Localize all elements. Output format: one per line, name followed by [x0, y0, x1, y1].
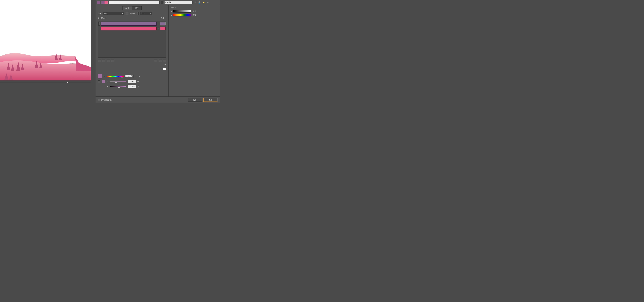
expand-icon[interactable]: ▶: [171, 11, 172, 12]
cube-icon[interactable]: [98, 80, 100, 83]
eyedropper-icon[interactable]: [194, 1, 197, 4]
color-count-label: 颜色数:: [130, 12, 136, 15]
new-row-icon[interactable]: [111, 59, 114, 62]
source-color-bar[interactable]: [101, 27, 156, 30]
exclude-icon[interactable]: [107, 59, 110, 62]
hue-input[interactable]: [125, 75, 134, 78]
expand-icon[interactable]: ▶: [171, 15, 172, 16]
sat-unit: %: [138, 81, 140, 83]
artwork-illustration: [0, 48, 90, 80]
list-menu-icon[interactable]: ▾≡: [165, 17, 166, 19]
hsb-swatch-large[interactable]: [98, 74, 102, 79]
color-groups-heading: 颜色组: [171, 6, 218, 9]
group-preview: [173, 14, 191, 17]
color-count-select[interactable]: 自动: [140, 12, 152, 15]
group-preview: [173, 10, 191, 13]
hue-slider[interactable]: [107, 76, 124, 77]
selection-handle[interactable]: [72, 63, 72, 64]
target-color-swatch[interactable]: [160, 22, 166, 26]
slider-menu-icon[interactable]: ▾≡: [138, 76, 140, 77]
harmony-dropdown[interactable]: [161, 1, 163, 4]
edit-panel: 编辑 指定 预设: 自定 颜色数: 自动 当前颜色 (2) 新建 ▾≡ →: [96, 5, 168, 96]
hsb-controls: H ° ▾≡ S % B: [98, 74, 166, 89]
source-color-bar[interactable]: [101, 22, 156, 26]
bri-label: B: [106, 85, 108, 88]
color-row[interactable]: →: [98, 27, 166, 31]
none-label: 无: [98, 64, 166, 66]
target-color-swatch[interactable]: [160, 27, 166, 30]
swap-icon[interactable]: [158, 59, 162, 62]
arrow-right-icon: →: [157, 28, 159, 30]
hue-unit: °: [135, 75, 137, 77]
hue-label: H: [104, 75, 106, 77]
hsb-swatch-small[interactable]: [102, 80, 105, 83]
recolor-panel: 💾 📁 🗑 编辑 指定 预设: 自定 颜色数: 自动 当前颜色 (2) 新建 ▾…: [96, 0, 220, 103]
color-harmony-bar[interactable]: [109, 1, 160, 4]
sat-input[interactable]: [128, 80, 136, 83]
tab-assign[interactable]: 指定: [132, 6, 142, 10]
sat-slider[interactable]: [110, 81, 126, 82]
arrow-right-icon: →: [157, 23, 159, 25]
new-color-label[interactable]: 新建: [161, 17, 164, 19]
recolor-label: 图稿重新着色: [100, 99, 112, 101]
cancel-button[interactable]: 取消: [188, 98, 202, 102]
preset-options-icon[interactable]: [125, 12, 128, 15]
preset-select[interactable]: 自定: [103, 12, 124, 15]
save-group-icon[interactable]: 💾: [198, 1, 201, 4]
group-name: 明亮: [192, 14, 196, 17]
panel-topbar: 💾 📁 🗑: [96, 0, 220, 5]
bri-unit: %: [138, 85, 140, 87]
drag-handle-icon[interactable]: [98, 22, 100, 26]
color-group-item[interactable]: ▶ 灰色: [171, 10, 218, 13]
sat-label: S: [106, 81, 108, 83]
trash-icon[interactable]: 🗑: [206, 1, 209, 4]
current-colors-list[interactable]: → →: [98, 21, 166, 58]
ok-button[interactable]: 确定: [204, 98, 218, 102]
panel-footer: 图稿重新着色 取消 确定: [96, 96, 220, 103]
bri-input[interactable]: [128, 85, 136, 88]
magnify-icon[interactable]: [163, 59, 166, 62]
find-color-icon[interactable]: [154, 59, 157, 62]
none-swatch-icon[interactable]: [163, 68, 166, 70]
color-row[interactable]: →: [98, 22, 166, 26]
canvas-area[interactable]: [0, 0, 96, 103]
preset-label: 预设:: [98, 12, 102, 15]
mode-tabs: 编辑 指定: [98, 6, 166, 10]
preset-row: 预设: 自定 颜色数: 自动: [98, 12, 166, 15]
color-group-item[interactable]: ▶ 明亮: [171, 14, 218, 17]
merge-icon[interactable]: [98, 59, 101, 62]
active-color-swatch[interactable]: [97, 1, 100, 4]
color-group-name-input[interactable]: [164, 1, 192, 4]
tab-edit[interactable]: 编辑: [122, 6, 132, 10]
color-groups-panel: 颜色组 ▶ 灰色 ▶ 明亮: [168, 5, 220, 96]
group-name: 灰色: [192, 10, 196, 13]
selection-handle[interactable]: [67, 82, 68, 83]
artboard: [0, 0, 90, 80]
color-pair-swatch[interactable]: [101, 1, 108, 4]
list-tools: [98, 59, 166, 62]
separate-icon[interactable]: [102, 59, 105, 62]
folder-icon[interactable]: 📁: [202, 1, 205, 4]
recolor-checkbox[interactable]: [98, 99, 100, 101]
stepper-icon[interactable]: [136, 12, 138, 15]
current-colors-label: 当前颜色 (2): [98, 17, 107, 19]
bri-slider[interactable]: [110, 86, 126, 87]
